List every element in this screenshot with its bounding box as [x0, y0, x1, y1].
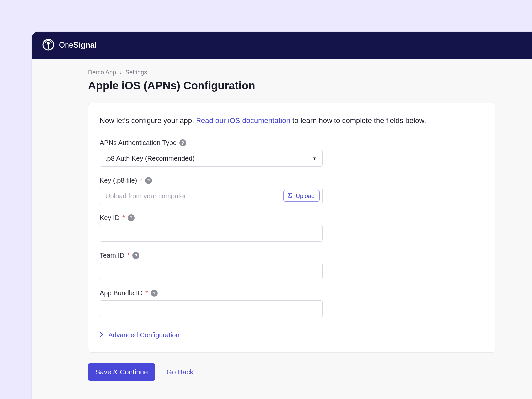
team-id-label: Team ID: [100, 252, 124, 259]
help-icon[interactable]: ?: [132, 252, 139, 259]
save-continue-button[interactable]: Save & Continue: [88, 363, 155, 381]
bundle-id-field: App Bundle ID * ?: [100, 289, 484, 317]
breadcrumb-settings[interactable]: Settings: [125, 69, 147, 76]
advanced-config-toggle[interactable]: Advanced Configuration: [100, 332, 484, 339]
actions: Save & Continue Go Back: [88, 363, 532, 381]
team-id-field: Team ID * ?: [100, 252, 484, 279]
help-icon[interactable]: ?: [145, 177, 152, 184]
auth-type-label: APNs Authentication Type: [100, 139, 177, 147]
help-icon[interactable]: ?: [179, 139, 186, 146]
page-title: Apple iOS (APNs) Configuration: [88, 79, 532, 92]
page-content: Demo App › Settings Apple iOS (APNs) Con…: [32, 59, 532, 381]
config-card: Now let's configure your app. Read our i…: [88, 103, 495, 353]
help-icon[interactable]: ?: [151, 290, 158, 297]
svg-rect-2: [48, 44, 49, 49]
required-mark: *: [140, 177, 142, 184]
chevron-right-icon: [100, 332, 104, 339]
auth-type-select[interactable]: .p8 Auth Key (Recommended): [100, 150, 323, 167]
brand-icon: [42, 39, 54, 52]
help-icon[interactable]: ?: [128, 214, 135, 221]
docs-link[interactable]: Read our iOS documentation: [196, 116, 290, 125]
key-id-label: Key ID: [100, 214, 120, 222]
bundle-id-label: App Bundle ID: [100, 289, 143, 297]
breadcrumb-sep-icon: ›: [120, 69, 122, 76]
go-back-button[interactable]: Go Back: [167, 368, 194, 376]
bundle-id-input[interactable]: [100, 300, 323, 317]
brand-logo[interactable]: OneSignal: [42, 39, 97, 52]
upload-placeholder: Upload from your computer: [105, 192, 283, 200]
auth-type-field: APNs Authentication Type ? .p8 Auth Key …: [100, 139, 484, 167]
intro-text: Now let's configure your app. Read our i…: [100, 116, 484, 125]
svg-point-4: [289, 194, 290, 195]
required-mark: *: [127, 252, 130, 259]
team-id-input[interactable]: [100, 263, 323, 279]
header-bar: OneSignal: [32, 32, 532, 59]
breadcrumb-app[interactable]: Demo App: [88, 69, 116, 76]
key-file-field: Key (.p8 file) * ? Upload from your comp…: [100, 177, 484, 204]
key-id-input[interactable]: [100, 225, 323, 242]
required-mark: *: [122, 214, 125, 222]
app-window: OneSignal Demo App › Settings Apple iOS …: [32, 32, 532, 399]
key-file-label: Key (.p8 file): [100, 177, 137, 184]
key-file-input[interactable]: Upload from your computer Upload: [100, 188, 323, 204]
required-mark: *: [145, 289, 148, 297]
advanced-config-label: Advanced Configuration: [108, 332, 179, 339]
upload-button[interactable]: Upload: [283, 190, 320, 202]
breadcrumb: Demo App › Settings: [88, 69, 532, 76]
upload-icon: [287, 192, 293, 200]
brand-name: OneSignal: [59, 41, 97, 50]
key-id-field: Key ID * ?: [100, 214, 484, 242]
